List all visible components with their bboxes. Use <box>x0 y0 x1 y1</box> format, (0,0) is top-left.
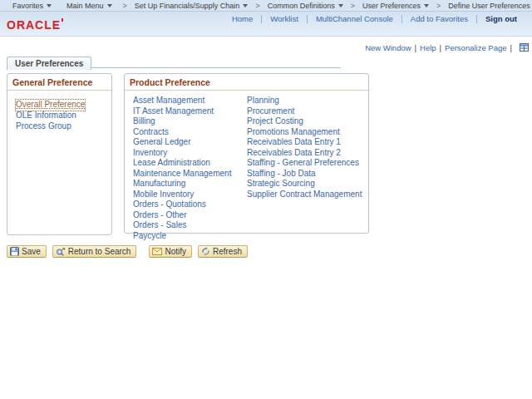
header-links: Home Worklist MultiChannel Console Add t… <box>224 14 525 23</box>
chevron-down-icon <box>338 4 343 7</box>
action-toolbar: Save Return to Search Notify <box>7 245 532 258</box>
button-label: Notify <box>165 247 186 256</box>
breadcrumb-label: Main Menu <box>66 2 104 10</box>
button-label: Return to Search <box>68 247 131 256</box>
product-column-2: Planning Procurement Project Costing Pro… <box>247 96 365 241</box>
link-mobile-inventory[interactable]: Mobile Inventory <box>133 190 247 200</box>
link-receivables-data-entry-2[interactable]: Receivables Data Entry 2 <box>247 148 365 159</box>
multichannel-console-link[interactable]: MultiChannel Console <box>308 14 401 23</box>
breadcrumb-chevron-icon: > <box>435 2 442 10</box>
breadcrumb-user-preferences[interactable]: User Preferences <box>357 2 435 10</box>
home-link[interactable]: Home <box>224 14 261 23</box>
panel-title: General Preference <box>7 74 111 91</box>
link-contracts[interactable]: Contracts <box>133 127 247 138</box>
worklist-link[interactable]: Worklist <box>262 14 307 23</box>
link-manufacturing[interactable]: Manufacturing <box>133 179 247 190</box>
notify-button[interactable]: Notify <box>149 245 192 258</box>
general-preference-panel: General Preference Overall Preference OL… <box>7 73 112 235</box>
page-links-bar: New Window | Help | Personalize Page | <box>0 37 532 53</box>
product-column-1: Asset Management IT Asset Management Bil… <box>133 96 247 241</box>
divider: | <box>507 43 515 52</box>
link-maintenance-management[interactable]: Maintenance Management <box>133 169 247 180</box>
product-preference-list: Asset Management IT Asset Management Bil… <box>125 91 368 241</box>
panel-title: Product Preference <box>125 74 368 91</box>
header-band: ORACLE Home Worklist MultiChannel Consol… <box>0 12 532 37</box>
breadcrumb-label: Set Up Financials/Supply Chain <box>135 2 240 10</box>
chevron-down-icon <box>424 4 429 7</box>
link-promotions-management[interactable]: Promotions Management <box>247 127 365 138</box>
link-asset-management[interactable]: Asset Management <box>133 96 247 106</box>
refresh-arrows-icon <box>201 247 210 256</box>
breadcrumb-common-definitions[interactable]: Common Definitions <box>262 2 349 10</box>
link-planning[interactable]: Planning <box>247 96 365 106</box>
breadcrumb-label: Common Definitions <box>268 2 335 10</box>
magnifier-return-icon <box>56 247 66 256</box>
breadcrumb: Favorites Main Menu > Set Up Financials/… <box>0 0 532 12</box>
breadcrumb-main-menu[interactable]: Main Menu <box>61 2 118 10</box>
link-ole-information[interactable]: OLE Information <box>16 111 108 121</box>
divider: | <box>411 43 420 52</box>
breadcrumb-chevron-icon: > <box>349 2 357 10</box>
link-lease-administration[interactable]: Lease Administration <box>133 158 247 169</box>
breadcrumb-favorites[interactable]: Favorites <box>7 2 57 10</box>
link-orders-sales[interactable]: Orders - Sales <box>133 220 247 231</box>
oracle-logo: ORACLE <box>7 18 63 32</box>
link-process-group[interactable]: Process Group <box>16 121 108 132</box>
link-receivables-data-entry-1[interactable]: Receivables Data Entry 1 <box>247 137 365 148</box>
breadcrumb-label: User Preferences <box>362 2 421 10</box>
content-area: General Preference Overall Preference OL… <box>7 73 532 235</box>
floppy-disk-icon <box>10 247 19 256</box>
chevron-down-icon <box>243 4 248 7</box>
link-project-costing[interactable]: Project Costing <box>247 116 365 127</box>
return-to-search-button[interactable]: Return to Search <box>52 245 137 258</box>
breadcrumb-label: Define User Preferences <box>448 2 530 10</box>
trademark-mark <box>62 18 63 22</box>
help-link[interactable]: Help <box>420 43 436 52</box>
personalize-grid-icon[interactable] <box>520 43 529 52</box>
chevron-down-icon <box>107 4 112 7</box>
link-general-ledger[interactable]: General Ledger <box>133 137 247 148</box>
link-procurement[interactable]: Procurement <box>247 106 365 117</box>
link-strategic-sourcing[interactable]: Strategic Sourcing <box>247 179 365 190</box>
envelope-icon <box>152 248 162 255</box>
link-staffing-general-preferences[interactable]: Staffing - General Preferences <box>247 158 365 169</box>
breadcrumb-chevron-icon: > <box>121 2 129 10</box>
chevron-down-icon <box>47 4 52 7</box>
breadcrumb-label: Favorites <box>12 2 43 10</box>
refresh-button[interactable]: Refresh <box>198 245 248 258</box>
tab-strip: User Preferences <box>7 55 341 68</box>
link-staffing-job-data[interactable]: Staffing - Job Data <box>247 169 365 180</box>
add-to-favorites-link[interactable]: Add to Favorites <box>402 14 476 23</box>
link-supplier-contract-management[interactable]: Supplier Contract Management <box>247 190 365 200</box>
product-preference-panel: Product Preference Asset Management IT A… <box>124 73 369 234</box>
button-label: Save <box>22 247 41 256</box>
new-window-link[interactable]: New Window <box>365 43 411 52</box>
sign-out-link[interactable]: Sign out <box>477 14 525 23</box>
link-billing[interactable]: Billing <box>133 116 247 127</box>
link-inventory[interactable]: Inventory <box>133 148 247 159</box>
personalize-page-link[interactable]: Personalize Page <box>445 43 506 52</box>
link-overall-preference[interactable]: Overall Preference <box>16 100 85 111</box>
button-label: Refresh <box>213 247 242 256</box>
breadcrumb-setup-financials[interactable]: Set Up Financials/Supply Chain <box>129 2 254 10</box>
link-paycycle[interactable]: Paycycle <box>133 231 247 242</box>
link-orders-quotations[interactable]: Orders - Quotations <box>133 200 247 210</box>
save-button[interactable]: Save <box>7 245 47 258</box>
tab-user-preferences[interactable]: User Preferences <box>7 57 91 70</box>
breadcrumb-chevron-icon: > <box>254 2 261 10</box>
link-orders-other[interactable]: Orders - Other <box>133 210 247 221</box>
breadcrumb-current-page: Define User Preferences <box>442 2 532 10</box>
general-preference-list: Overall Preference OLE Information Proce… <box>7 91 111 131</box>
divider: | <box>436 43 445 52</box>
link-it-asset-management[interactable]: IT Asset Management <box>133 106 247 117</box>
